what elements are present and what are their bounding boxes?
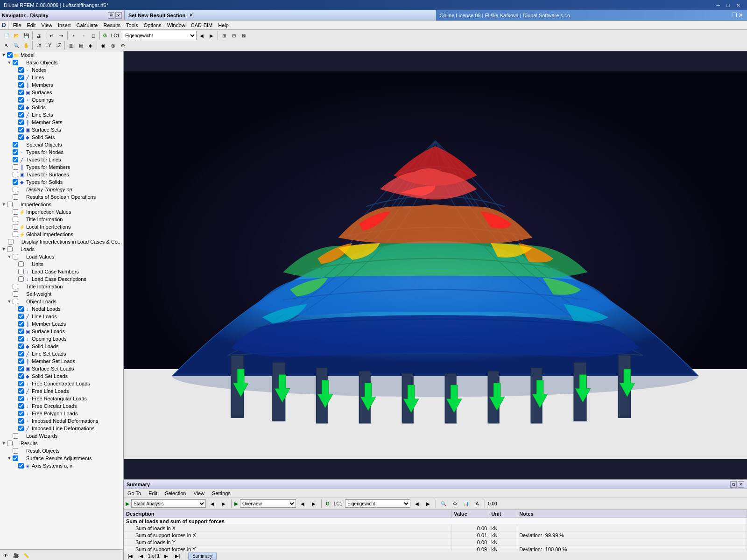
menu-item-results[interactable]: Results (100, 21, 123, 29)
maximize-button[interactable]: □ (724, 2, 733, 9)
tree-item-29[interactable]: ▶↓Load Case Numbers (0, 268, 123, 275)
tree-item-12[interactable]: ▶▫Special Objects (0, 141, 123, 148)
checkbox-19[interactable] (13, 194, 18, 200)
checkbox-8[interactable] (18, 112, 24, 118)
page-next[interactable]: ▶ (162, 552, 171, 560)
tree-item-35[interactable]: ▶╱Line Loads (0, 313, 123, 320)
lc-selector[interactable]: Eigengewicht (122, 31, 197, 40)
checkbox-15[interactable] (13, 164, 18, 170)
tree-item-40[interactable]: ▶╱Line Set Loads (0, 350, 123, 357)
checkbox-53[interactable] (13, 448, 18, 454)
checkbox-7[interactable] (18, 105, 24, 110)
menu-item-view[interactable]: View (38, 21, 55, 29)
tree-item-10[interactable]: ▶▣Surface Sets (0, 126, 123, 133)
tree-item-32[interactable]: ▶▫Self-weight (0, 290, 123, 298)
tree-item-27[interactable]: ▼↓Load Values (0, 253, 123, 260)
edit-menu[interactable]: Edit (147, 490, 159, 497)
checkbox-48[interactable] (18, 411, 24, 416)
checkbox-10[interactable] (18, 127, 24, 133)
display-btn1[interactable]: ▥ (66, 41, 76, 50)
tree-item-44[interactable]: ▶↓Free Concentrated Loads (0, 380, 123, 387)
summary-lc-next[interactable]: ▶ (423, 499, 433, 508)
summary-close-btn[interactable]: ✕ (738, 481, 744, 488)
menu-item-window[interactable]: Window (164, 21, 188, 29)
tree-item-11[interactable]: ▶◆Solid Sets (0, 133, 123, 141)
page-first[interactable]: |◀ (126, 552, 135, 560)
checkbox-20[interactable] (7, 202, 13, 207)
checkbox-11[interactable] (18, 134, 24, 140)
checkbox-43[interactable] (18, 373, 24, 379)
tree-item-18[interactable]: ▶▫Display Topology on (0, 186, 123, 193)
license-expand-button[interactable]: ❐ (732, 12, 737, 19)
tree-item-28[interactable]: ▶▫Units (0, 260, 123, 268)
tb-view1[interactable]: ⊞ (219, 31, 229, 40)
checkbox-39[interactable] (18, 343, 24, 349)
undo-button[interactable]: ↩ (47, 31, 56, 40)
tree-item-7[interactable]: ▶◆Solids (0, 104, 123, 111)
summary-tb3[interactable]: 📊 (461, 499, 471, 508)
tree-item-22[interactable]: ▶▫Title Information (0, 216, 123, 223)
view-selector[interactable]: Overview (240, 499, 296, 508)
checkbox-23[interactable] (13, 224, 18, 230)
checkbox-14[interactable] (13, 157, 18, 162)
close-button[interactable]: ✕ (733, 2, 743, 9)
tree-item-0[interactable]: ▼📁Model (0, 51, 123, 59)
tree-item-8[interactable]: ▶╱Line Sets (0, 111, 123, 119)
checkbox-52[interactable] (7, 441, 13, 446)
checkbox-28[interactable] (18, 261, 24, 267)
tree-item-5[interactable]: ▶▣Surfaces (0, 89, 123, 96)
menu-item-file[interactable]: File (10, 21, 24, 29)
lc-next[interactable]: ▶ (207, 31, 216, 40)
expander-52[interactable]: ▼ (1, 441, 7, 446)
checkbox-36[interactable] (18, 321, 24, 327)
tree-item-26[interactable]: ▼↓Loads (0, 245, 123, 253)
tree-item-19[interactable]: ▶◈Results of Boolean Operations (0, 193, 123, 201)
tree-item-54[interactable]: ▼▣Surface Results Adjustments (0, 455, 123, 462)
expander-33[interactable]: ▼ (7, 299, 12, 304)
checkbox-32[interactable] (13, 291, 18, 297)
render-btn3[interactable]: ⊙ (118, 41, 127, 50)
checkbox-54[interactable] (13, 455, 18, 461)
minimize-button[interactable]: ─ (714, 2, 723, 9)
checkbox-34[interactable] (18, 306, 24, 312)
checkbox-38[interactable] (18, 336, 24, 342)
checkbox-37[interactable] (18, 329, 24, 334)
tree-item-55[interactable]: ▶◈Axis Systems u, v (0, 462, 123, 469)
checkbox-13[interactable] (13, 149, 18, 155)
tree-item-52[interactable]: ▼◈Results (0, 440, 123, 447)
menu-item-cadbim[interactable]: CAD-BIM (188, 21, 215, 29)
menu-item-options[interactable]: Options (141, 21, 164, 29)
checkbox-25[interactable] (8, 239, 14, 245)
checkbox-35[interactable] (18, 314, 24, 319)
checkbox-40[interactable] (18, 351, 24, 357)
selection-menu[interactable]: Selection (163, 490, 188, 497)
checkbox-17[interactable] (13, 179, 18, 185)
summary-tb2[interactable]: ⚙ (450, 499, 459, 508)
expander-20[interactable]: ▼ (1, 202, 7, 207)
summary-lc-prev[interactable]: ◀ (412, 499, 422, 508)
menu-item-calculate[interactable]: Calculate (74, 21, 101, 29)
nav-icon-3[interactable]: 📏 (21, 551, 31, 560)
checkbox-30[interactable] (18, 276, 24, 282)
checkbox-3[interactable] (18, 75, 24, 80)
tb-view3[interactable]: ⊠ (239, 31, 248, 40)
nav-close-button[interactable]: ✕ (115, 12, 122, 19)
analysis-prev[interactable]: ◀ (208, 499, 217, 508)
lc-prev[interactable]: ◀ (197, 31, 206, 40)
checkbox-4[interactable] (18, 82, 24, 88)
cursor-btn[interactable]: ↖ (2, 41, 11, 50)
tree-item-51[interactable]: ▶↓Load Wizards (0, 432, 123, 440)
menu-item-insert[interactable]: Insert (55, 21, 74, 29)
checkbox-16[interactable] (13, 172, 18, 177)
tree-item-4[interactable]: ▶║Members (0, 81, 123, 89)
settings-menu[interactable]: Settings (210, 490, 233, 497)
checkbox-27[interactable] (13, 254, 18, 259)
tree-item-17[interactable]: ▶◆Types for Solids (0, 178, 123, 186)
menu-item-tools[interactable]: Tools (123, 21, 141, 29)
checkbox-41[interactable] (18, 358, 24, 364)
nav-float-button[interactable]: ⧉ (108, 12, 114, 19)
analysis-selector[interactable]: Static Analysis (131, 499, 206, 508)
new-button[interactable]: 📄 (2, 31, 11, 40)
tree-item-30[interactable]: ▶↓Load Case Descriptions (0, 275, 123, 283)
summary-tb4[interactable]: A (472, 499, 482, 508)
